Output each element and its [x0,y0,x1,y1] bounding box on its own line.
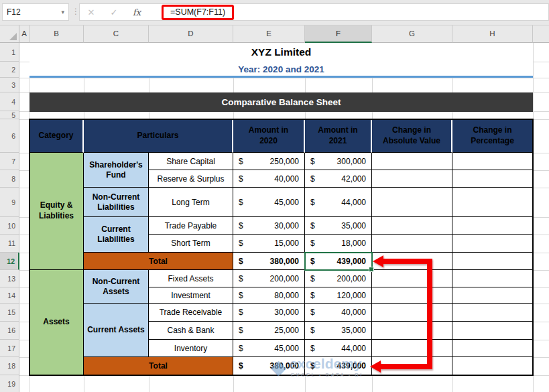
amount-2020-reserve-surplus[interactable]: $40,000 [233,170,305,188]
column-header-H[interactable]: H [452,25,533,43]
change-abs-trade-receivable[interactable] [372,304,452,322]
row-header-17[interactable]: 17 [0,340,19,357]
column-header-E[interactable]: E [233,25,305,43]
amount-2021-trade-receivable[interactable]: $40,000 [305,304,372,322]
change-abs-share-capital[interactable] [372,153,452,170]
change-pct-short-term[interactable] [452,235,533,253]
amount-2020-share-capital[interactable]: $250,000 [233,153,305,170]
row-header-15[interactable]: 15 [0,304,19,322]
amount-2021-reserve-surplus[interactable]: $42,000 [305,170,372,188]
particular-investment[interactable]: Investment [149,287,233,304]
row-header-13[interactable]: 13 [0,270,19,287]
amount-2021-investment[interactable]: $120,000 [305,287,372,304]
group-shareholders-fund[interactable]: Shareholder's Fund [84,153,149,188]
row-header-7[interactable]: 7 [0,153,19,170]
amount-2020-short-term[interactable]: $15,000 [233,235,305,253]
row-header-18[interactable]: 18 [0,357,19,375]
amount-2020-inventory[interactable]: $45,000 [233,340,305,357]
column-header-G[interactable]: G [372,25,452,43]
name-box-dropdown-icon[interactable]: ▾ [61,9,64,15]
sheet-title-banner[interactable]: Comparative Balance Sheet [29,92,533,112]
column-header-A[interactable]: A [19,25,29,43]
row-header-1[interactable]: 1 [0,43,19,62]
company-title-cell[interactable]: XYZ Limited [29,43,533,62]
header-change-absolute[interactable]: Change in Absolute Value [372,119,452,153]
header-change-percentage[interactable]: Change in Percentage [452,119,533,153]
amount-2020-trade-receivable[interactable]: $30,000 [233,304,305,322]
change-pct-trade-receivable[interactable] [452,304,533,322]
row-header-12-selected[interactable]: 12 [0,253,19,270]
row-header-11[interactable]: 11 [0,235,19,253]
group-non-current-liabilities[interactable]: Non-Current Liabilities [84,188,149,217]
column-header-B[interactable]: B [29,25,84,43]
select-all-corner[interactable] [0,25,19,43]
amount-2021-trade-payable[interactable]: $35,000 [305,217,372,235]
header-category[interactable]: Category [29,119,84,153]
change-abs-trade-payable[interactable] [372,217,452,235]
header-particulars[interactable]: Particulars [84,119,233,153]
amount-2020-cash-bank[interactable]: $25,000 [233,322,305,340]
row-header-10[interactable]: 10 [0,217,19,235]
row-header-14[interactable]: 14 [0,287,19,304]
particular-trade-receivable[interactable]: Trade Receivable [149,304,233,322]
particular-fixed-assets[interactable]: Fixed Assets [149,270,233,287]
amount-2021-long-term[interactable]: $44,000 [305,188,372,217]
change-pct-share-capital[interactable] [452,153,533,170]
particular-reserve-surplus[interactable]: Reserve & Surplus [149,170,233,188]
column-header-F-selected[interactable]: F [305,25,372,43]
change-pct-cash-bank[interactable] [452,322,533,340]
group-current-liabilities[interactable]: Current Liabilities [84,217,149,253]
change-pct-reserve-surplus[interactable] [452,170,533,188]
change-abs-reserve-surplus[interactable] [372,170,452,188]
amount-2021-fixed-assets[interactable]: $200,000 [305,270,372,287]
change-pct-long-term[interactable] [452,188,533,217]
particular-share-capital[interactable]: Share Capital [149,153,233,170]
change-pct-fixed-assets[interactable] [452,270,533,287]
particular-short-term[interactable]: Short Term [149,235,233,253]
cancel-icon[interactable]: ✕ [80,7,103,17]
row-header-9[interactable]: 9 [0,188,19,217]
equity-total-2020[interactable]: $380,000 [233,253,305,270]
fill-handle[interactable] [369,267,374,272]
equity-total-label[interactable]: Total [84,253,233,270]
amount-2021-cash-bank[interactable]: $35,000 [305,322,372,340]
group-non-current-assets[interactable]: Non-Current Assets [84,270,149,304]
particular-inventory[interactable]: Inventory [149,340,233,357]
particular-cash-bank[interactable]: Cash & Bank [149,322,233,340]
header-amount-2020[interactable]: Amount in 2020 [233,119,305,153]
row-header-2[interactable]: 2 [0,62,19,78]
row-header-4[interactable]: 4 [0,92,19,111]
enter-icon[interactable]: ✓ [103,7,125,17]
amount-2020-trade-payable[interactable]: $30,000 [233,217,305,235]
column-header-C[interactable]: C [84,25,149,43]
change-abs-investment[interactable] [372,287,452,304]
change-abs-fixed-assets[interactable] [372,270,452,287]
amount-2021-share-capital[interactable]: $300,000 [305,153,372,170]
row-header-16[interactable]: 16 [0,322,19,340]
row-header-6[interactable]: 6 [0,119,19,153]
group-current-assets[interactable]: Current Assets [84,304,149,357]
change-pct-inventory[interactable] [452,340,533,357]
amount-2021-short-term[interactable]: $18,000 [305,235,372,253]
change-abs-long-term[interactable] [372,188,452,217]
change-pct-equity-total[interactable] [452,253,533,270]
formula-input[interactable]: =SUM(F7:F11) [170,7,225,17]
particular-trade-payable[interactable]: Trade Payable [149,217,233,235]
insert-function-icon[interactable]: fx [125,7,148,17]
amount-2021-inventory[interactable]: $44,000 [305,340,372,357]
category-equity-liabilities[interactable]: Equity & Liablities [29,153,84,270]
amount-2020-investment[interactable]: $80,000 [233,287,305,304]
change-pct-assets-total[interactable] [452,357,533,375]
column-header-D[interactable]: D [149,25,233,43]
change-abs-short-term[interactable] [372,235,452,253]
category-assets[interactable]: Assets [29,270,84,375]
name-box[interactable]: F12 ▾ [2,3,69,21]
assets-total-label[interactable]: Total [84,357,233,375]
change-pct-investment[interactable] [452,287,533,304]
amount-2020-long-term[interactable]: $45,000 [233,188,305,217]
change-abs-inventory[interactable] [372,340,452,357]
row-header-3[interactable]: 3 [0,78,19,92]
particular-long-term[interactable]: Long Term [149,188,233,217]
change-pct-trade-payable[interactable] [452,217,533,235]
selected-cell-F12[interactable] [304,252,373,271]
